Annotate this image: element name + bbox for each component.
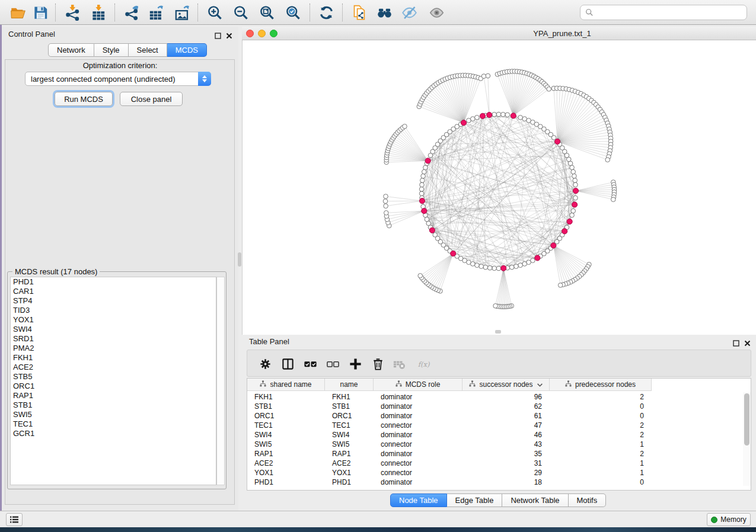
canvas-splitter-handle[interactable] bbox=[495, 330, 501, 334]
split-table-icon[interactable] bbox=[278, 354, 297, 373]
network-node[interactable] bbox=[573, 182, 578, 187]
tab-mcds[interactable]: MCDS bbox=[167, 43, 207, 57]
export-network-icon[interactable] bbox=[121, 2, 142, 23]
float-window-icon[interactable] bbox=[215, 31, 221, 37]
plus-icon[interactable] bbox=[346, 354, 365, 373]
network-dominator-node[interactable] bbox=[451, 251, 456, 256]
network-satellite-node[interactable] bbox=[486, 73, 490, 78]
mcds-result-item[interactable]: STB1 bbox=[11, 400, 216, 410]
search-input[interactable] bbox=[580, 5, 747, 20]
table-row[interactable]: PHD1PHD1dominator180 bbox=[247, 477, 652, 487]
network-node[interactable] bbox=[518, 116, 523, 120]
network-node[interactable] bbox=[509, 265, 514, 270]
network-satellite-node[interactable] bbox=[384, 211, 389, 216]
network-dominator-node[interactable] bbox=[562, 229, 567, 234]
mcds-result-item[interactable]: SRD1 bbox=[11, 334, 216, 344]
network-dominator-node[interactable] bbox=[573, 188, 578, 194]
network-dominator-node[interactable] bbox=[425, 158, 430, 164]
network-dominator-node[interactable] bbox=[422, 208, 427, 213]
mcds-result-item[interactable]: YOX1 bbox=[11, 315, 216, 325]
network-node[interactable] bbox=[479, 264, 484, 269]
zoom-out-icon[interactable] bbox=[230, 2, 251, 23]
table-row[interactable]: FKH1FKH1dominator962 bbox=[247, 392, 652, 402]
tab-select[interactable]: Select bbox=[129, 43, 167, 57]
network-satellite-node[interactable] bbox=[384, 194, 388, 199]
network-dominator-node[interactable] bbox=[480, 113, 485, 118]
network-node[interactable] bbox=[419, 187, 424, 192]
table-row[interactable]: STB1STB1dominator620 bbox=[247, 402, 652, 411]
network-node[interactable] bbox=[420, 182, 425, 187]
minimize-window-icon[interactable] bbox=[258, 30, 266, 37]
mcds-result-item[interactable]: TEC1 bbox=[11, 419, 216, 429]
network-node[interactable] bbox=[423, 165, 428, 170]
network-node[interactable] bbox=[568, 161, 573, 166]
zoom-in-icon[interactable] bbox=[204, 2, 225, 23]
column-header-MCDS-role[interactable]: MCDS role bbox=[374, 379, 462, 391]
mcds-result-item[interactable]: RAP1 bbox=[11, 391, 216, 400]
memory-button[interactable]: Memory bbox=[707, 513, 751, 526]
network-node[interactable] bbox=[425, 217, 429, 222]
mcds-result-item[interactable]: GCR1 bbox=[11, 429, 216, 438]
panel-splitter-handle[interactable] bbox=[238, 252, 241, 267]
network-dominator-node[interactable] bbox=[567, 219, 572, 224]
network-node[interactable] bbox=[422, 169, 427, 174]
table-row[interactable]: ACE2ACE2connector311 bbox=[247, 459, 652, 468]
export-image-icon[interactable] bbox=[171, 2, 193, 23]
zoom-fit-icon[interactable] bbox=[256, 2, 277, 23]
gear-icon[interactable] bbox=[256, 354, 275, 373]
show-eye-icon[interactable] bbox=[426, 2, 447, 23]
network-titlebar[interactable]: YPA_prune.txt_1 bbox=[242, 27, 756, 40]
mcds-result-item[interactable]: ORC1 bbox=[11, 382, 216, 391]
table-row[interactable]: SWI4SWI4dominator462 bbox=[247, 430, 652, 440]
network-node[interactable] bbox=[522, 262, 527, 267]
network-dominator-node[interactable] bbox=[555, 139, 560, 144]
checked-pair-icon[interactable] bbox=[301, 354, 320, 373]
table-row[interactable]: RAP1RAP1dominator352 bbox=[247, 449, 652, 459]
network-satellite-node[interactable] bbox=[418, 274, 423, 278]
network-node[interactable] bbox=[501, 112, 506, 117]
network-satellite-node[interactable] bbox=[547, 87, 551, 92]
network-satellite-node[interactable] bbox=[403, 124, 407, 129]
table-row[interactable]: YOX1YOX1connector291 bbox=[247, 468, 652, 477]
tab-network-table[interactable]: Network Table bbox=[502, 493, 568, 507]
mcds-result-item[interactable]: TID3 bbox=[11, 306, 216, 315]
close-panel-icon[interactable] bbox=[226, 31, 232, 37]
network-node[interactable] bbox=[570, 213, 575, 217]
unchecked-pair-icon[interactable] bbox=[323, 354, 342, 373]
network-node[interactable] bbox=[483, 265, 488, 270]
network-node[interactable] bbox=[471, 117, 476, 121]
network-dominator-node[interactable] bbox=[461, 120, 466, 126]
network-node[interactable] bbox=[492, 266, 497, 271]
network-satellite-node[interactable] bbox=[383, 199, 388, 204]
network-node[interactable] bbox=[573, 196, 578, 200]
network-satellite-node[interactable] bbox=[605, 158, 610, 162]
mcds-list-scrollbar[interactable] bbox=[216, 277, 225, 485]
network-satellite-node[interactable] bbox=[558, 283, 563, 288]
network-node[interactable] bbox=[514, 264, 519, 269]
mcds-result-item[interactable]: PHD1 bbox=[11, 277, 216, 287]
binoculars-icon[interactable] bbox=[374, 2, 395, 23]
mcds-result-item[interactable]: SWI5 bbox=[11, 410, 216, 419]
table-row[interactable]: SWI5SWI5connector431 bbox=[247, 440, 652, 449]
network-satellite-node[interactable] bbox=[611, 197, 616, 202]
network-dominator-node[interactable] bbox=[419, 198, 425, 204]
network-node[interactable] bbox=[420, 178, 425, 183]
network-node[interactable] bbox=[571, 169, 576, 174]
open-folder-icon[interactable] bbox=[7, 2, 28, 23]
column-header-shared-name[interactable]: shared name bbox=[247, 379, 325, 391]
table-float-window-icon[interactable] bbox=[733, 338, 739, 345]
tab-motifs[interactable]: Motifs bbox=[569, 493, 607, 507]
mcds-result-item[interactable]: STP4 bbox=[11, 296, 216, 306]
task-list-button[interactable] bbox=[6, 513, 23, 526]
network-dominator-node[interactable] bbox=[535, 255, 540, 261]
import-network-icon[interactable] bbox=[62, 2, 83, 23]
network-node[interactable] bbox=[496, 112, 501, 117]
network-dominator-node[interactable] bbox=[551, 243, 556, 248]
table-scrollbar-thumb[interactable] bbox=[744, 393, 749, 446]
network-node[interactable] bbox=[487, 265, 492, 270]
close-panel-button[interactable]: Close panel bbox=[120, 92, 183, 106]
tab-node-table[interactable]: Node Table bbox=[390, 493, 447, 507]
tab-network[interactable]: Network bbox=[48, 43, 94, 57]
tab-edge-table[interactable]: Edge Table bbox=[447, 493, 503, 507]
network-node[interactable] bbox=[475, 116, 480, 120]
